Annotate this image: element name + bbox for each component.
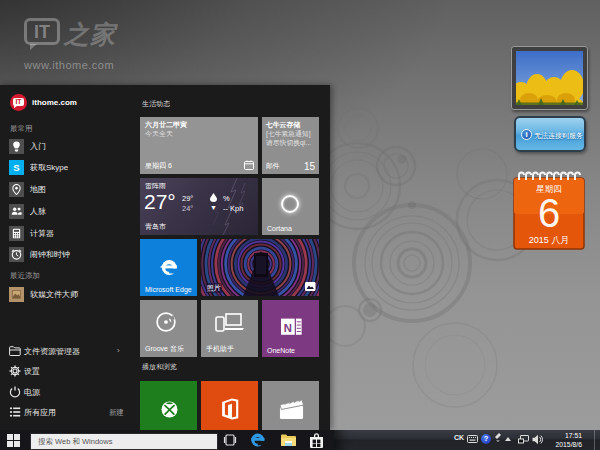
svg-text:2015 八月: 2015 八月 xyxy=(529,235,570,245)
svg-text:N: N xyxy=(284,322,292,334)
svg-text:6: 6 xyxy=(538,191,560,235)
svg-text:S: S xyxy=(13,162,20,173)
